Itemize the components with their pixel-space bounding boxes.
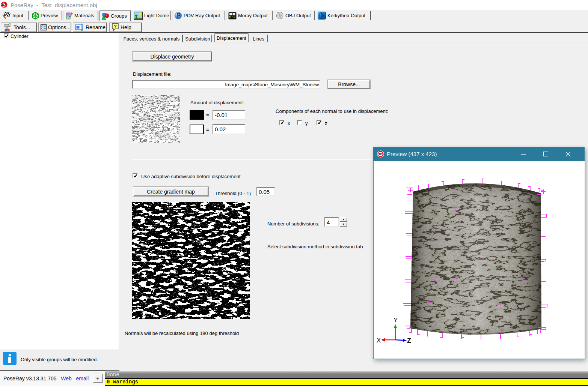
svg-text:X: X [377,337,381,344]
svg-text:Z: Z [407,337,411,344]
svg-text:?: ? [114,24,117,29]
svg-text:3D: 3D [1,3,6,7]
svg-text:3D: 3D [378,152,382,156]
svg-text:Y: Y [394,317,398,324]
